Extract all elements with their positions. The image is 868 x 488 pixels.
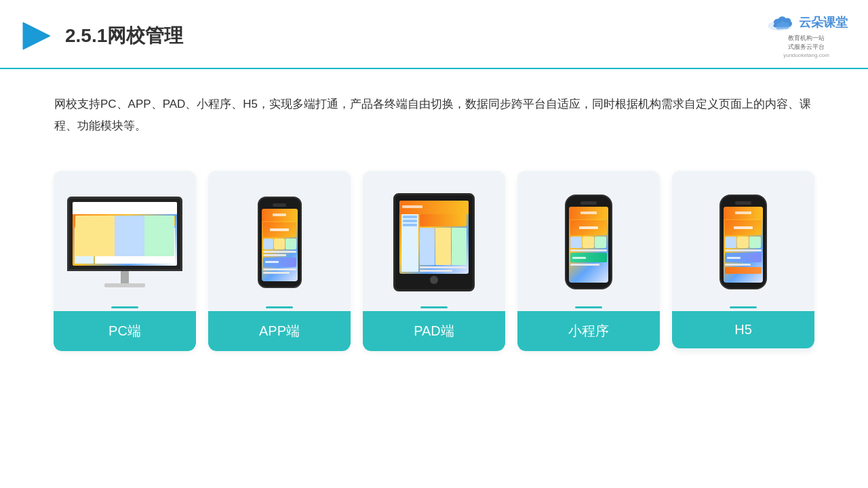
card-pad: PAD端: [363, 171, 505, 351]
card-miniapp-image: [517, 171, 660, 306]
phone-mockup-app: [258, 197, 302, 288]
card-h5-accent: [730, 306, 757, 308]
card-h5-image: [672, 171, 814, 306]
play-icon: [20, 20, 53, 52]
header: 2.5.1网校管理 云朵课堂 教育机构一站式服务云平台yunduoketang.…: [0, 0, 868, 69]
tablet-mockup: [393, 193, 475, 291]
title-main: 网校管理: [107, 25, 183, 46]
cloud-icon: [765, 12, 795, 33]
card-miniapp-accent: [575, 306, 602, 308]
card-pad-label: PAD端: [363, 311, 505, 351]
title-number: 2.5.1: [65, 25, 107, 46]
card-pad-image: [363, 171, 505, 306]
description-block: 网校支持PC、APP、PAD、小程序、H5，实现多端打通，产品各终端自由切换，数…: [0, 69, 868, 138]
card-app-label: APP端: [208, 311, 351, 351]
card-app-image: [208, 171, 351, 306]
phone-mockup-h5: [719, 195, 767, 289]
card-pad-accent: [420, 306, 448, 308]
card-h5-label: H5: [672, 311, 814, 348]
brand-logo: 云朵课堂 教育机构一站式服务云平台yunduoketang.com: [765, 12, 848, 60]
header-left: 2.5.1网校管理: [20, 20, 183, 52]
card-h5: H5: [672, 171, 814, 351]
description-text: 网校支持PC、APP、PAD、小程序、H5，实现多端打通，产品各终端自由切换，数…: [54, 94, 814, 138]
brand-tagline: 教育机构一站式服务云平台yunduoketang.com: [783, 34, 829, 60]
svg-marker-0: [23, 22, 50, 49]
card-pc-image: [54, 171, 196, 306]
pc-mockup: [66, 197, 184, 287]
card-miniapp-label: 小程序: [517, 311, 660, 351]
platform-cards: PC端: [0, 144, 868, 351]
brand-name: 云朵课堂: [799, 14, 848, 30]
card-pc-accent: [111, 306, 138, 308]
card-miniapp: 小程序: [517, 171, 660, 351]
card-app: APP端: [208, 171, 351, 351]
card-pc-label: PC端: [54, 311, 196, 351]
card-pc: PC端: [54, 171, 196, 351]
phone-mockup-miniapp: [565, 195, 612, 289]
card-app-accent: [266, 306, 293, 308]
page-title: 2.5.1网校管理: [65, 23, 183, 49]
